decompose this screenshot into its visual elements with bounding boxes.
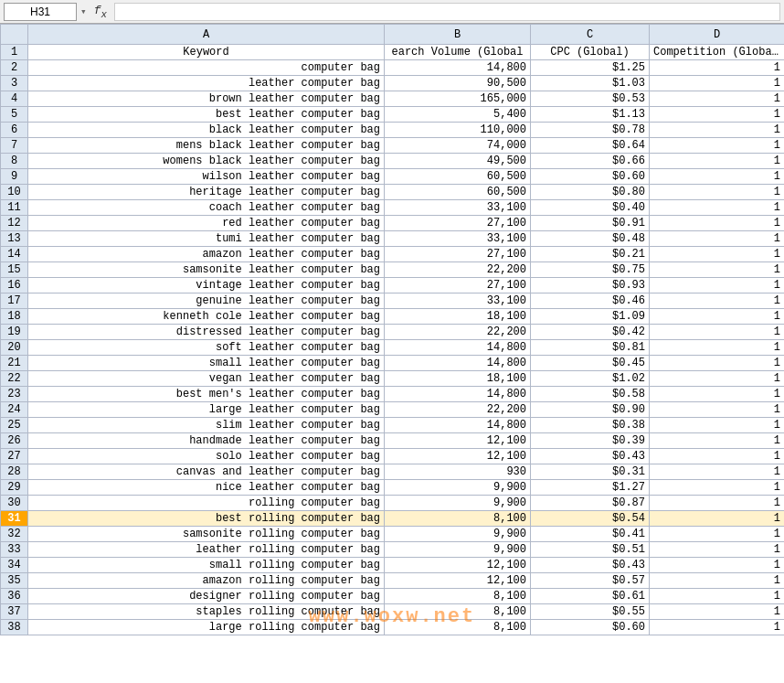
cell-a28[interactable]: canvas and leather computer bag xyxy=(28,464,385,480)
cell-c32[interactable]: $0.41 xyxy=(531,527,650,542)
cell-a38[interactable]: large rolling computer bag xyxy=(28,620,385,635)
cell-c6[interactable]: $0.78 xyxy=(531,123,650,138)
cell-b25[interactable]: 14,800 xyxy=(385,418,531,433)
cell-b7[interactable]: 74,000 xyxy=(385,138,531,154)
cell-a35[interactable]: amazon rolling computer bag xyxy=(28,573,385,589)
cell-a34[interactable]: small rolling computer bag xyxy=(28,558,385,573)
cell-a16[interactable]: vintage leather computer bag xyxy=(28,278,385,293)
cell-d22[interactable]: 1 xyxy=(650,371,785,387)
cell-c27[interactable]: $0.43 xyxy=(531,449,650,464)
cell-d33[interactable]: 1 xyxy=(650,542,785,558)
cell-a9[interactable]: wilson leather computer bag xyxy=(28,169,385,185)
cell-a2[interactable]: computer bag xyxy=(28,60,385,76)
cell-c21[interactable]: $0.45 xyxy=(531,356,650,371)
cell-d25[interactable]: 1 xyxy=(650,418,785,433)
cell-b31[interactable]: 8,100 xyxy=(385,511,531,527)
cell-b28[interactable]: 930 xyxy=(385,464,531,480)
cell-b12[interactable]: 27,100 xyxy=(385,216,531,231)
cell-c36[interactable]: $0.61 xyxy=(531,589,650,604)
cell-c12[interactable]: $0.91 xyxy=(531,216,650,231)
cell-b11[interactable]: 33,100 xyxy=(385,200,531,216)
cell-a4[interactable]: brown leather computer bag xyxy=(28,91,385,107)
cell-a23[interactable]: best men's leather computer bag xyxy=(28,387,385,402)
cell-a30[interactable]: rolling computer bag xyxy=(28,496,385,511)
cell-c11[interactable]: $0.40 xyxy=(531,200,650,216)
cell-a36[interactable]: designer rolling computer bag xyxy=(28,589,385,604)
cell-a14[interactable]: amazon leather computer bag xyxy=(28,247,385,262)
cell-c38[interactable]: $0.60 xyxy=(531,620,650,635)
cell-a8[interactable]: womens black leather computer bag xyxy=(28,154,385,169)
cell-b19[interactable]: 22,200 xyxy=(385,325,531,340)
cell-c29[interactable]: $1.27 xyxy=(531,480,650,496)
cell-d18[interactable]: 1 xyxy=(650,309,785,325)
cell-a31[interactable]: best rolling computer bag xyxy=(28,511,385,527)
cell-a3[interactable]: leather computer bag xyxy=(28,76,385,91)
cell-b10[interactable]: 60,500 xyxy=(385,185,531,200)
cell-b36[interactable]: 8,100 xyxy=(385,589,531,604)
cell-b32[interactable]: 9,900 xyxy=(385,527,531,542)
cell-b8[interactable]: 49,500 xyxy=(385,154,531,169)
cell-c3[interactable]: $1.03 xyxy=(531,76,650,91)
cell-d12[interactable]: 1 xyxy=(650,216,785,231)
cell-reference-box[interactable] xyxy=(4,3,77,21)
cell-c2[interactable]: $1.25 xyxy=(531,60,650,76)
cell-a11[interactable]: coach leather computer bag xyxy=(28,200,385,216)
cell-d31[interactable]: 1 xyxy=(650,511,785,527)
cell-d26[interactable]: 1 xyxy=(650,433,785,449)
cell-c33[interactable]: $0.51 xyxy=(531,542,650,558)
cell-d2[interactable]: 1 xyxy=(650,60,785,76)
col-header-c[interactable]: C xyxy=(531,25,650,45)
cell-c19[interactable]: $0.42 xyxy=(531,325,650,340)
cell-c22[interactable]: $1.02 xyxy=(531,371,650,387)
cell-d16[interactable]: 1 xyxy=(650,278,785,293)
col-header-d[interactable]: D xyxy=(650,25,785,45)
cell-d38[interactable]: 1 xyxy=(650,620,785,635)
cell-a19[interactable]: distressed leather computer bag xyxy=(28,325,385,340)
cell-a12[interactable]: red leather computer bag xyxy=(28,216,385,231)
cell-a18[interactable]: kenneth cole leather computer bag xyxy=(28,309,385,325)
col-header-b[interactable]: B xyxy=(385,25,531,45)
cell-d28[interactable]: 1 xyxy=(650,464,785,480)
cell-b30[interactable]: 9,900 xyxy=(385,496,531,511)
cell-a21[interactable]: small leather computer bag xyxy=(28,356,385,371)
cell-a26[interactable]: handmade leather computer bag xyxy=(28,433,385,449)
cell-b15[interactable]: 22,200 xyxy=(385,262,531,278)
cell-d19[interactable]: 1 xyxy=(650,325,785,340)
cell-c14[interactable]: $0.21 xyxy=(531,247,650,262)
cell-b5[interactable]: 5,400 xyxy=(385,107,531,123)
cell-b17[interactable]: 33,100 xyxy=(385,293,531,309)
cell-c1[interactable]: CPC (Global) xyxy=(531,45,650,60)
cell-c31[interactable]: $0.54 xyxy=(531,511,650,527)
cell-a32[interactable]: samsonite rolling computer bag xyxy=(28,527,385,542)
cell-d36[interactable]: 1 xyxy=(650,589,785,604)
cell-a25[interactable]: slim leather computer bag xyxy=(28,418,385,433)
cell-d32[interactable]: 1 xyxy=(650,527,785,542)
cell-d9[interactable]: 1 xyxy=(650,169,785,185)
cell-a7[interactable]: mens black leather computer bag xyxy=(28,138,385,154)
cell-c26[interactable]: $0.39 xyxy=(531,433,650,449)
cell-b14[interactable]: 27,100 xyxy=(385,247,531,262)
cell-c28[interactable]: $0.31 xyxy=(531,464,650,480)
cell-a13[interactable]: tumi leather computer bag xyxy=(28,231,385,247)
cell-b24[interactable]: 22,200 xyxy=(385,402,531,418)
cell-c24[interactable]: $0.90 xyxy=(531,402,650,418)
cell-b37[interactable]: 8,100 xyxy=(385,604,531,620)
cell-a27[interactable]: solo leather computer bag xyxy=(28,449,385,464)
cell-c18[interactable]: $1.09 xyxy=(531,309,650,325)
cell-b29[interactable]: 9,900 xyxy=(385,480,531,496)
cell-b38[interactable]: 8,100 xyxy=(385,620,531,635)
cell-a10[interactable]: heritage leather computer bag xyxy=(28,185,385,200)
cell-c7[interactable]: $0.64 xyxy=(531,138,650,154)
cell-d30[interactable]: 1 xyxy=(650,496,785,511)
cell-a17[interactable]: genuine leather computer bag xyxy=(28,293,385,309)
cell-b16[interactable]: 27,100 xyxy=(385,278,531,293)
cell-b33[interactable]: 9,900 xyxy=(385,542,531,558)
cell-c30[interactable]: $0.87 xyxy=(531,496,650,511)
cell-c10[interactable]: $0.80 xyxy=(531,185,650,200)
cell-d10[interactable]: 1 xyxy=(650,185,785,200)
cell-a1[interactable]: Keyword xyxy=(28,45,385,60)
cell-b9[interactable]: 60,500 xyxy=(385,169,531,185)
cell-d13[interactable]: 1 xyxy=(650,231,785,247)
cell-d1[interactable]: Competition (Global) xyxy=(650,45,785,60)
cell-b6[interactable]: 110,000 xyxy=(385,123,531,138)
